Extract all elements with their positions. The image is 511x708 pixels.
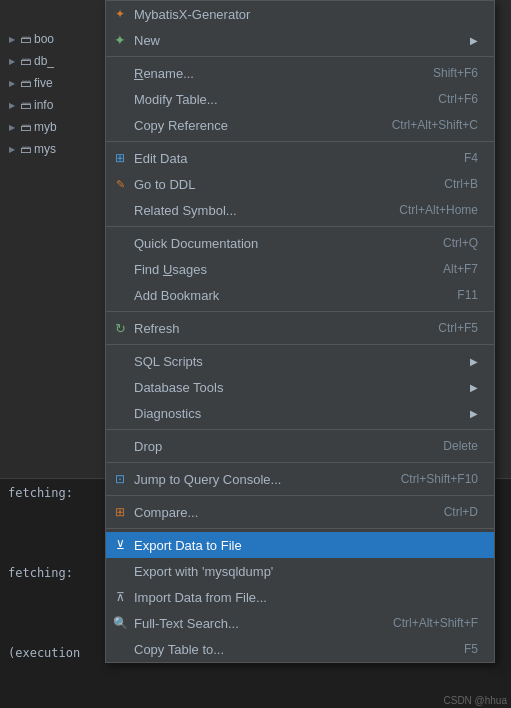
expand-arrow-icon	[6, 33, 18, 45]
shortcut: F5	[464, 642, 478, 656]
sidebar-item-five[interactable]: 🗃 five	[0, 72, 100, 94]
menu-item-copy-table[interactable]: Copy Table to... F5	[106, 636, 494, 662]
menu-label: Export with 'mysqldump'	[134, 564, 478, 579]
menu-separator-6	[106, 429, 494, 430]
sidebar-label: info	[34, 98, 53, 112]
shortcut: F4	[464, 151, 478, 165]
table-icon: 🗃	[20, 33, 31, 45]
shortcut: Ctrl+Shift+F10	[401, 472, 478, 486]
menu-label: Diagnostics	[134, 406, 466, 421]
menu-item-drop[interactable]: Drop Delete	[106, 433, 494, 459]
menu-item-find-usages[interactable]: Find Usages Alt+F7	[106, 256, 494, 282]
expand-arrow-icon	[6, 55, 18, 67]
search-icon: 🔍	[112, 615, 128, 631]
sidebar-label: mys	[34, 142, 56, 156]
jump-icon: ⊡	[112, 471, 128, 487]
menu-label: Refresh	[134, 321, 418, 336]
submenu-arrow-icon: ▶	[470, 356, 478, 367]
menu-label: Related Symbol...	[134, 203, 379, 218]
expand-arrow-icon	[6, 99, 18, 111]
menu-item-edit-data[interactable]: ⊞ Edit Data F4	[106, 145, 494, 171]
shortcut: F11	[457, 288, 478, 302]
new-icon: ✦	[112, 32, 128, 48]
menu-item-import-file[interactable]: ⊼ Import Data from File...	[106, 584, 494, 610]
menu-separator-7	[106, 462, 494, 463]
menu-item-mybatisx[interactable]: ✦ MybatisX-Generator	[106, 1, 494, 27]
table-icon: 🗃	[20, 143, 31, 155]
menu-label: Add Bookmark	[134, 288, 437, 303]
shortcut: Ctrl+D	[444, 505, 478, 519]
menu-separator-2	[106, 141, 494, 142]
shortcut: Ctrl+F6	[438, 92, 478, 106]
expand-arrow-icon	[6, 77, 18, 89]
menu-item-fulltext-search[interactable]: 🔍 Full-Text Search... Ctrl+Alt+Shift+F	[106, 610, 494, 636]
grid-icon: ⊞	[112, 150, 128, 166]
shortcut: Alt+F7	[443, 262, 478, 276]
menu-label: Copy Reference	[134, 118, 372, 133]
sidebar-label: five	[34, 76, 53, 90]
menu-label: Find Usages	[134, 262, 423, 277]
context-menu: ✦ MybatisX-Generator ✦ New ▶ Rename... S…	[105, 0, 495, 663]
shortcut: Ctrl+B	[444, 177, 478, 191]
menu-label-rest: ename...	[143, 66, 194, 81]
sidebar-item-mys[interactable]: 🗃 mys	[0, 138, 100, 160]
menu-item-add-bookmark[interactable]: Add Bookmark F11	[106, 282, 494, 308]
shortcut: Ctrl+Q	[443, 236, 478, 250]
menu-label: Go to DDL	[134, 177, 424, 192]
sidebar-item-db[interactable]: 🗃 db_	[0, 50, 100, 72]
menu-label: Drop	[134, 439, 423, 454]
menu-item-sql-scripts[interactable]: SQL Scripts ▶	[106, 348, 494, 374]
menu-separator-1	[106, 56, 494, 57]
menu-item-quick-doc[interactable]: Quick Documentation Ctrl+Q	[106, 230, 494, 256]
menu-label: Rename...	[134, 66, 413, 81]
menu-label-text: Find Usages	[134, 262, 207, 277]
menu-item-export-file[interactable]: ⊻ Export Data to File	[106, 532, 494, 558]
expand-arrow-icon	[6, 121, 18, 133]
underline-r: R	[134, 66, 143, 81]
menu-separator-5	[106, 344, 494, 345]
submenu-arrow-icon: ▶	[470, 35, 478, 46]
sidebar-item-boo[interactable]: 🗃 boo	[0, 28, 100, 50]
menu-label: Copy Table to...	[134, 642, 444, 657]
menu-item-rename[interactable]: Rename... Shift+F6	[106, 60, 494, 86]
watermark: CSDN @hhua	[443, 695, 507, 706]
menu-label: Import Data from File...	[134, 590, 478, 605]
sidebar-label: myb	[34, 120, 57, 134]
menu-item-export-mysqldump[interactable]: Export with 'mysqldump'	[106, 558, 494, 584]
menu-label: Jump to Query Console...	[134, 472, 381, 487]
menu-separator-8	[106, 495, 494, 496]
menu-item-database-tools[interactable]: Database Tools ▶	[106, 374, 494, 400]
menu-item-copy-reference[interactable]: Copy Reference Ctrl+Alt+Shift+C	[106, 112, 494, 138]
expand-arrow-icon	[6, 143, 18, 155]
menu-label-text: Related Symbol...	[134, 203, 237, 218]
import-icon: ⊼	[112, 589, 128, 605]
menu-label: SQL Scripts	[134, 354, 466, 369]
menu-label: New	[134, 33, 466, 48]
compare-icon: ⊞	[112, 504, 128, 520]
shortcut: Shift+F6	[433, 66, 478, 80]
sidebar-item-info[interactable]: 🗃 info	[0, 94, 100, 116]
menu-item-go-to-ddl[interactable]: ✎ Go to DDL Ctrl+B	[106, 171, 494, 197]
export-icon: ⊻	[112, 537, 128, 553]
menu-label: MybatisX-Generator	[134, 7, 478, 22]
shortcut: Ctrl+Alt+Shift+F	[393, 616, 478, 630]
table-icon: 🗃	[20, 121, 31, 133]
shortcut: Delete	[443, 439, 478, 453]
menu-separator-3	[106, 226, 494, 227]
menu-item-refresh[interactable]: ↻ Refresh Ctrl+F5	[106, 315, 494, 341]
menu-label: Compare...	[134, 505, 424, 520]
menu-item-diagnostics[interactable]: Diagnostics ▶	[106, 400, 494, 426]
menu-item-new[interactable]: ✦ New ▶	[106, 27, 494, 53]
sidebar-label: db_	[34, 54, 54, 68]
menu-item-related-symbol[interactable]: Related Symbol... Ctrl+Alt+Home	[106, 197, 494, 223]
ddl-icon: ✎	[112, 176, 128, 192]
submenu-arrow-icon: ▶	[470, 382, 478, 393]
menu-item-jump-query[interactable]: ⊡ Jump to Query Console... Ctrl+Shift+F1…	[106, 466, 494, 492]
sidebar-item-myb[interactable]: 🗃 myb	[0, 116, 100, 138]
plugin-icon: ✦	[112, 6, 128, 22]
menu-label: Database Tools	[134, 380, 466, 395]
menu-label: Edit Data	[134, 151, 444, 166]
menu-item-modify-table[interactable]: Modify Table... Ctrl+F6	[106, 86, 494, 112]
menu-label: Quick Documentation	[134, 236, 423, 251]
menu-item-compare[interactable]: ⊞ Compare... Ctrl+D	[106, 499, 494, 525]
